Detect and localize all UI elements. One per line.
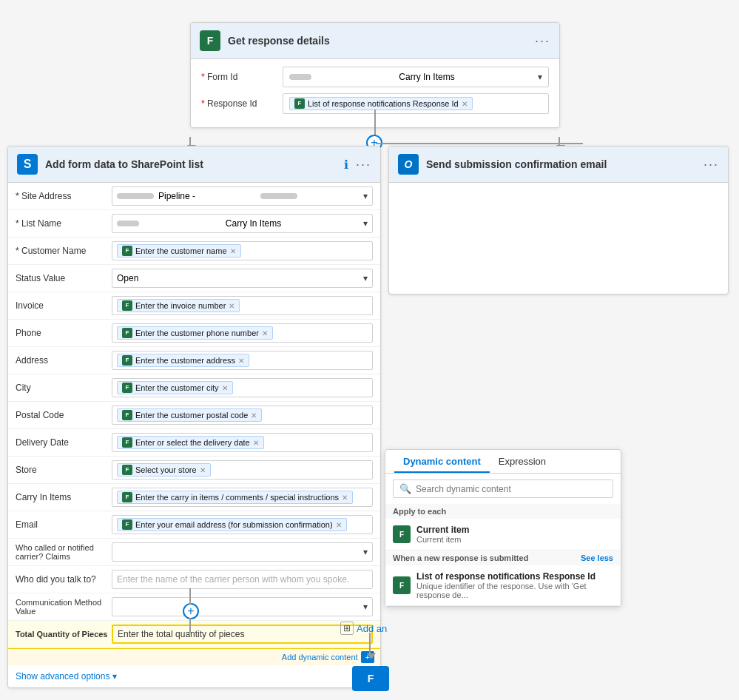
current-item-icon: F (393, 525, 411, 543)
response-id-label: Response Id (201, 98, 283, 109)
tag-carry: F Enter the carry in items / comments / … (117, 491, 353, 504)
tag-postal-text: Enter the customer postal code (135, 411, 248, 420)
response-id-title: List of response notifications Response … (416, 571, 613, 582)
input-status[interactable]: Open ▾ (112, 269, 373, 288)
field-invoice: Invoice F Enter the invoice number ✕ (8, 292, 380, 320)
tag-del-text: Enter or select the delivery date (135, 438, 250, 447)
tag-cn-close[interactable]: ✕ (230, 247, 236, 255)
field-email: Email F Enter your email address (for su… (8, 511, 380, 539)
tag-city-text: Enter the customer city (135, 383, 219, 392)
field-total-qty: Total Quantity of Pieces Enter the total… (8, 621, 380, 648)
tab-expression[interactable]: Expression (490, 450, 555, 473)
dynamic-content-panel: Dynamic content Expression 🔍 Apply to ea… (385, 449, 621, 607)
show-advanced-options[interactable]: Show advanced options ▾ (8, 665, 380, 687)
send-email-menu[interactable]: ··· (703, 157, 719, 172)
form-id-label: Form Id (201, 72, 283, 82)
tag-phone: F Enter the customer phone number ✕ (117, 326, 273, 340)
response-id-input[interactable]: F List of response notifications Respons… (283, 93, 549, 114)
card-send-email: O Send submission confirmation email ··· (388, 146, 729, 295)
input-address[interactable]: F Enter the customer address ✕ (112, 351, 373, 370)
tag-ph-close[interactable]: ✕ (262, 329, 268, 337)
response-id-text: List of response notifications Response … (416, 571, 613, 599)
field-status: Status Value Open ▾ (8, 265, 380, 292)
list-name-value: Carry In Items (226, 218, 281, 229)
input-site-address[interactable]: Pipeline - ▾ (112, 186, 373, 206)
add-an-label: Add an (357, 623, 387, 634)
label-phone: Phone (16, 328, 112, 338)
label-city: City (16, 383, 112, 393)
label-address: Address (16, 355, 112, 366)
tag-postal-close[interactable]: ✕ (251, 411, 257, 420)
input-total-qty[interactable]: Enter the total quantity of pieces (112, 625, 373, 644)
input-postal[interactable]: F Enter the customer postal code ✕ (112, 405, 373, 425)
input-phone[interactable]: F Enter the customer phone number ✕ (112, 323, 373, 343)
add-form-title: Add form data to SharePoint list (45, 158, 344, 170)
label-talk-to: Who did you talk to? (16, 574, 112, 585)
label-site-address: * Site Address (16, 191, 112, 201)
input-comm-method[interactable]: ▾ (112, 597, 373, 616)
get-response-menu[interactable]: ··· (535, 33, 550, 49)
tag-carry-close[interactable]: ✕ (342, 494, 348, 502)
form-id-arrow: ▾ (538, 72, 542, 82)
tag-email-close[interactable]: ✕ (336, 521, 342, 529)
connector-v-bottom2 (189, 618, 191, 633)
tag-addr-icon: F (122, 355, 132, 366)
send-email-body (389, 183, 728, 294)
add-form-info[interactable]: ℹ (344, 158, 348, 172)
input-city[interactable]: F Enter the customer city ✕ (112, 378, 373, 397)
who-called-arrow: ▾ (363, 547, 368, 557)
field-list-name: * List Name Carry In Items ▾ (8, 210, 380, 238)
input-invoice[interactable]: F Enter the invoice number ✕ (112, 296, 373, 315)
label-delivery: Delivery Date (16, 437, 112, 448)
label-who-called: Who called or notified carrier? Claims (16, 543, 112, 561)
status-arrow: ▾ (363, 273, 368, 283)
current-item-text: Current item Current item (416, 525, 613, 544)
field-talk-to: Who did you talk to? Enter the name of t… (8, 566, 380, 593)
add-an-action-row[interactable]: ⊞ Add an (340, 622, 387, 635)
response-id-icon: F (393, 576, 411, 594)
tag-addr-text: Enter the customer address (135, 356, 235, 365)
see-less-btn[interactable]: See less (581, 553, 613, 562)
response-tag-close[interactable]: ✕ (462, 100, 468, 108)
form-id-input[interactable]: Carry In Items ▾ (283, 67, 549, 87)
dynamic-item-response-id[interactable]: F List of response notifications Respons… (385, 565, 621, 606)
dynamic-search-input[interactable] (416, 484, 607, 494)
tag-email-text: Enter your email address (for submission… (135, 520, 333, 529)
input-email[interactable]: F Enter your email address (for submissi… (112, 515, 373, 534)
tag-inv-close[interactable]: ✕ (229, 302, 234, 310)
dynamic-search-box[interactable]: 🔍 (393, 479, 613, 498)
input-who-called[interactable]: ▾ (112, 542, 373, 562)
canvas: F Get response details ··· Form Id Carry… (0, 0, 739, 700)
dynamic-item-current[interactable]: F Current item Current item (385, 519, 621, 551)
tag-postal: F Enter the customer postal code ✕ (117, 408, 262, 422)
tag-store: F Select your store ✕ (117, 463, 211, 477)
tab-dynamic-content[interactable]: Dynamic content (394, 450, 490, 473)
input-delivery[interactable]: F Enter or select the delivery date ✕ (112, 433, 373, 452)
tag-invoice: F Enter the invoice number ✕ (117, 299, 240, 312)
tag-addr-close[interactable]: ✕ (238, 357, 244, 365)
list-arrow: ▾ (363, 218, 368, 229)
plus-circle-bottom[interactable]: + (183, 603, 199, 619)
tag-store-text: Select your store (135, 465, 197, 474)
tag-del-close[interactable]: ✕ (253, 439, 259, 447)
label-total-qty: Total Quantity of Pieces (16, 630, 112, 639)
form-id-blur (289, 72, 316, 82)
show-advanced-arrow: ▾ (112, 671, 117, 682)
add-form-menu[interactable]: ··· (356, 157, 371, 172)
send-email-title: Send submission confirmation email (426, 158, 703, 170)
input-carry-in[interactable]: F Enter the carry in items / comments / … (112, 488, 373, 507)
tag-store-close[interactable]: ✕ (200, 466, 206, 474)
add-dynamic-label: Add dynamic content (282, 653, 358, 662)
status-value: Open (117, 273, 138, 283)
input-list-name[interactable]: Carry In Items ▾ (112, 214, 373, 233)
input-customer-name[interactable]: F Enter the customer name ✕ (112, 241, 373, 260)
field-customer-name: * Customer Name F Enter the customer nam… (8, 238, 380, 265)
input-store[interactable]: F Select your store ✕ (112, 460, 373, 479)
site-blur: Pipeline - (117, 191, 195, 201)
tag-city-close[interactable]: ✕ (222, 384, 228, 392)
add-action-icon: ⊞ (340, 622, 354, 635)
get-response-header: F Get response details ··· (191, 23, 559, 59)
input-talk-to[interactable]: Enter the name of the carrier person wit… (112, 570, 373, 589)
connector-v-bottom (189, 588, 191, 605)
field-delivery: Delivery Date F Enter or select the deli… (8, 429, 380, 457)
